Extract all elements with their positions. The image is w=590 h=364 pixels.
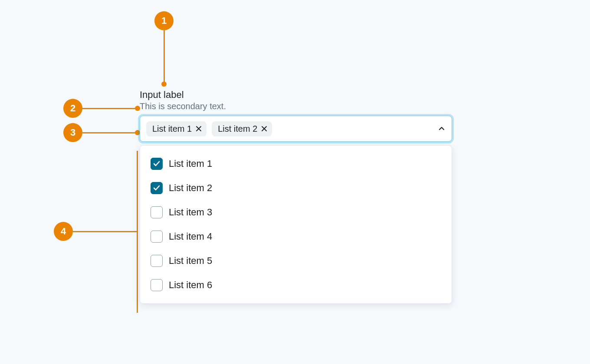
callout-line [82,132,138,133]
callout-badge-2: 2 [63,99,82,118]
list-item[interactable]: List item 6 [148,273,444,297]
input-secondary-text: This is secondary text. [140,101,452,111]
option-label: List item 5 [169,255,212,266]
callout-line [164,30,165,84]
option-label: List item 1 [169,158,212,169]
callout-bracket [137,151,138,313]
checkbox-unchecked[interactable] [151,255,163,267]
selected-chip[interactable]: List item 2 [212,121,272,136]
option-label: List item 2 [169,182,212,194]
input-label: Input label [140,89,452,101]
callout-line [82,108,138,109]
dropdown-list: List item 1 List item 2 List item 3 List… [140,145,452,304]
callout-line [73,231,137,232]
checkbox-unchecked[interactable] [151,279,163,291]
list-item[interactable]: List item 3 [148,200,444,224]
list-item[interactable]: List item 1 [148,152,444,176]
close-icon[interactable] [195,125,202,132]
checkbox-checked[interactable] [151,182,163,194]
option-label: List item 3 [169,207,212,218]
option-label: List item 6 [169,280,212,291]
callout-badge-3: 3 [63,123,82,142]
selected-chip[interactable]: List item 1 [146,121,206,136]
option-label: List item 4 [169,231,212,242]
checkbox-unchecked[interactable] [151,231,163,243]
multi-select-input[interactable]: List item 1 List item 2 [140,116,452,142]
callout-badge-1: 1 [154,11,174,30]
list-item[interactable]: List item 4 [148,224,444,249]
list-item[interactable]: List item 2 [148,176,444,200]
chip-label: List item 2 [218,124,257,134]
list-item[interactable]: List item 5 [148,249,444,273]
chip-label: List item 1 [152,124,192,134]
close-icon[interactable] [261,125,268,132]
checkbox-checked[interactable] [151,158,163,170]
callout-dot [161,81,167,87]
callout-badge-4: 4 [54,222,73,241]
checkbox-unchecked[interactable] [151,206,163,218]
chevron-up-icon[interactable] [438,125,446,133]
